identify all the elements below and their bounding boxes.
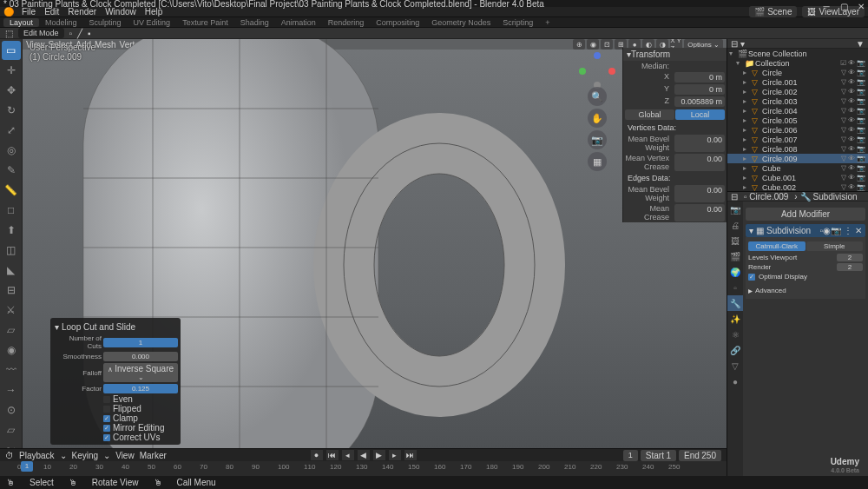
nav-pan-icon[interactable]: ✋ <box>588 109 607 128</box>
op-uvs-checkbox[interactable]: ✓ <box>103 434 110 441</box>
ptab-object[interactable]: ▫ <box>727 280 743 295</box>
menu-file[interactable]: File <box>22 7 36 17</box>
timeline-ruler[interactable]: 0102030405060708090100110120130140150160… <box>0 461 727 477</box>
op-cuts[interactable]: 1 <box>103 338 178 347</box>
tool-extrude[interactable]: ⬆ <box>2 221 21 240</box>
ptab-world[interactable]: 🌍 <box>727 264 743 280</box>
outliner-item[interactable]: ▸▽Circle.006▽👁📷 <box>727 125 868 135</box>
tab-layout[interactable]: Layout <box>3 18 39 27</box>
levels-viewport[interactable]: 2 <box>837 254 863 261</box>
frame-start[interactable]: Start 1 <box>641 450 676 461</box>
tab-scripting[interactable]: Scripting <box>496 18 539 27</box>
tool-knife[interactable]: ⚔ <box>2 301 21 320</box>
jump-end-icon[interactable]: ⏭ <box>404 450 417 460</box>
tab-shading[interactable]: Shading <box>234 18 275 27</box>
nav-zoom-icon[interactable]: 🔍 <box>588 87 607 106</box>
select-mode-edge-icon[interactable]: ╱ <box>77 29 82 38</box>
outliner-item[interactable]: ▸▽Cube.002▽👁📷 <box>727 182 868 192</box>
mean-crease-value[interactable]: 0.00 <box>674 204 725 221</box>
chevron-down-icon[interactable]: ▾ <box>55 322 59 332</box>
outliner-item[interactable]: ▸▽Cube.001▽👁📷 <box>727 173 868 182</box>
outliner-collection[interactable]: ▾📁Collection☑👁📷 <box>727 58 868 68</box>
menu-help[interactable]: Help <box>145 7 163 17</box>
tool-scale[interactable]: ⤢ <box>2 121 21 140</box>
add-modifier-button[interactable]: Add Modifier <box>746 208 865 221</box>
op-smoothness[interactable]: 0.000 <box>103 352 178 361</box>
tool-smooth[interactable]: 〰 <box>2 360 21 380</box>
edge-bevel-value[interactable]: 0.00 <box>674 185 725 202</box>
tl-menu-playback[interactable]: Playback <box>19 451 55 460</box>
mod-menu-icon[interactable]: ⋮ <box>844 226 852 235</box>
tab-geometry-nodes[interactable]: Geometry Nodes <box>425 18 496 27</box>
tab-uv-editing[interactable]: UV Editing <box>128 18 177 27</box>
tool-select[interactable]: ▭ <box>2 41 21 60</box>
nav-persp-icon[interactable]: ▦ <box>588 152 607 171</box>
mode-selector[interactable]: Edit Mode <box>18 28 64 38</box>
ptab-particles[interactable]: ✨ <box>727 311 743 327</box>
tab-add[interactable]: + <box>539 18 556 27</box>
ptab-output[interactable]: 🖨 <box>727 217 743 233</box>
median-z[interactable]: 0.005889 m <box>674 96 725 107</box>
viewport-3d[interactable]: View Select Add Mesh Vertex Edge Face UV… <box>23 39 727 476</box>
jump-start-icon[interactable]: ⏮ <box>326 450 339 460</box>
ptab-physics[interactable]: ⚛ <box>727 327 743 342</box>
tl-menu-keying[interactable]: Keying <box>72 451 99 460</box>
vp-menu-edge[interactable]: Edge <box>148 40 168 50</box>
ptab-render[interactable]: 📷 <box>727 202 743 217</box>
maximize-icon[interactable]: ▢ <box>838 2 849 12</box>
tool-transform[interactable]: ◎ <box>2 141 21 160</box>
vp-menu-face[interactable]: Face <box>171 40 190 50</box>
filter-icon[interactable]: ▼ <box>856 39 865 49</box>
ptab-constraints[interactable]: 🔗 <box>727 342 743 358</box>
vp-menu-mesh[interactable]: Mesh <box>95 40 115 50</box>
tool-edge-slide[interactable]: → <box>2 380 21 400</box>
scene-selector[interactable]: 🎬Scene <box>749 6 797 17</box>
vp-menu-uv[interactable]: UV <box>194 40 207 50</box>
tab-texture-paint[interactable]: Texture Paint <box>176 18 234 27</box>
tab-modeling[interactable]: Modeling <box>39 18 83 27</box>
outliner-item[interactable]: ▸▽Cube▽👁📷 <box>727 163 868 173</box>
play-icon[interactable]: ▶ <box>373 450 385 460</box>
vertex-crease-value[interactable]: 0.00 <box>674 154 725 171</box>
modifier-header[interactable]: ▾ ▦ Subdivision ▫◉📷 ⋮ ✕ <box>746 224 865 237</box>
simple-button[interactable]: Simple <box>806 241 864 251</box>
tab-compositing[interactable]: Compositing <box>370 18 425 27</box>
mod-visibility-icon[interactable]: ▫◉📷 <box>819 226 841 235</box>
outliner-item[interactable]: ▸▽Circle.004▽👁📷 <box>727 106 868 116</box>
gizmo-toggle-icon[interactable]: ⊕ <box>573 39 585 50</box>
bevel-weight-value[interactable]: 0.00 <box>674 135 725 152</box>
tool-move[interactable]: ✥ <box>2 81 21 100</box>
outliner-item[interactable]: ▸▽Circle.001▽👁📷 <box>727 77 868 87</box>
mod-close-icon[interactable]: ✕ <box>855 226 862 235</box>
play-reverse-icon[interactable]: ◀ <box>358 450 370 460</box>
tool-bevel[interactable]: ◣ <box>2 261 21 280</box>
op-clamp-checkbox[interactable]: ✓ <box>103 415 110 422</box>
levels-render[interactable]: 2 <box>837 263 863 271</box>
chevron-right-icon[interactable]: ▸ <box>748 286 753 295</box>
chevron-down-icon[interactable]: ▾ <box>749 226 753 235</box>
orientation-selector[interactable]: 🌐 Global <box>227 40 265 50</box>
next-key-icon[interactable]: ▸ <box>389 450 401 460</box>
ptab-data[interactable]: ▽ <box>727 358 743 373</box>
outliner-item[interactable]: ▸▽Circle.009▽👁📷 <box>727 154 868 163</box>
outliner-filter-icon[interactable]: ▾ <box>740 39 745 49</box>
outliner-editor-icon[interactable]: ⊟ <box>731 39 738 49</box>
tl-menu-view[interactable]: View <box>115 451 135 460</box>
outliner-item[interactable]: ▸▽Circle▽👁📷 <box>727 68 868 77</box>
op-falloff[interactable]: ∧ Inverse Square ⌄ <box>103 363 178 382</box>
props-breadcrumb-obj[interactable]: ▫ Circle.009 <box>744 192 788 202</box>
nav-camera-icon[interactable]: 📷 <box>588 130 607 149</box>
ptab-modifier[interactable]: 🔧 <box>727 295 743 311</box>
select-mode-vertex-icon[interactable]: ▫ <box>69 29 73 38</box>
tab-sculpting[interactable]: Sculpting <box>83 18 128 27</box>
menu-render[interactable]: Render <box>68 7 96 17</box>
xray-toggle-icon[interactable]: ⊡ <box>601 39 613 50</box>
outliner-item[interactable]: ▸▽Circle.005▽👁📷 <box>727 116 868 125</box>
tool-annotate[interactable]: ✎ <box>2 161 21 180</box>
outliner-item[interactable]: ▸▽Circle.007▽👁📷 <box>727 135 868 144</box>
axis-x-icon[interactable] <box>608 68 615 75</box>
op-mirror-checkbox[interactable]: ✓ <box>103 425 110 432</box>
op-flipped-checkbox[interactable] <box>103 406 110 413</box>
op-even-checkbox[interactable] <box>103 396 110 403</box>
space-local-button[interactable]: Local <box>675 109 725 120</box>
